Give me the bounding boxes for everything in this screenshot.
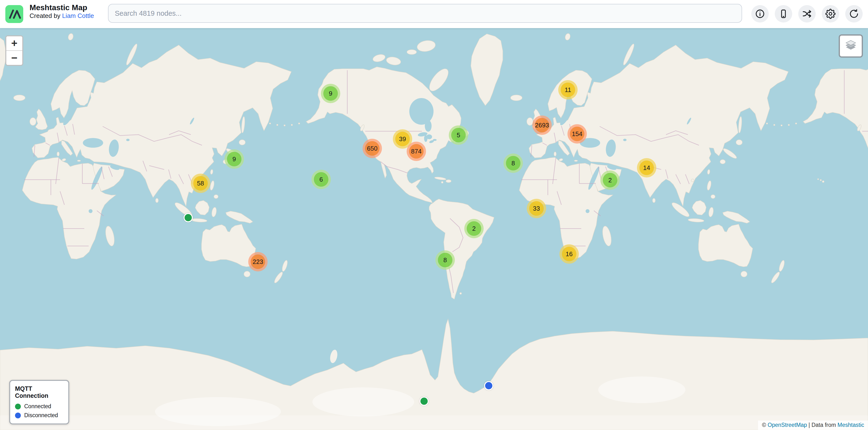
cluster-marker[interactable]: 2693 — [532, 115, 552, 135]
cluster-marker[interactable]: 8 — [435, 250, 455, 270]
page-subtitle: Created by Liam Cottle — [30, 12, 94, 20]
node-marker-connected[interactable] — [420, 397, 429, 406]
settings-button[interactable] — [822, 5, 839, 23]
toolbar — [751, 5, 863, 23]
zoom-out-button[interactable]: − — [6, 51, 22, 65]
cluster-marker[interactable]: 9 — [224, 150, 244, 169]
cluster-marker[interactable]: 223 — [248, 252, 268, 271]
subtitle-prefix: Created by — [30, 12, 62, 20]
cluster-marker[interactable]: 5 — [449, 125, 468, 145]
copyright-text: © — [762, 422, 768, 428]
refresh-icon — [849, 9, 859, 19]
map-attribution: © OpenStreetMap | Data from Meshtastic — [758, 421, 868, 430]
legend-label: Disconnected — [24, 412, 58, 419]
cluster-marker[interactable]: 2 — [464, 219, 484, 238]
random-node-button[interactable] — [798, 5, 816, 23]
page-title: Meshtastic Map — [30, 3, 94, 12]
cluster-marker[interactable]: 33 — [527, 199, 546, 218]
smartphone-icon — [778, 9, 788, 19]
cluster-marker[interactable]: 8 — [503, 154, 523, 173]
legend-item-connected: Connected — [15, 403, 63, 410]
gear-icon — [826, 9, 836, 19]
device-button[interactable] — [775, 5, 792, 23]
legend-item-disconnected: Disconnected — [15, 412, 63, 419]
osm-link[interactable]: OpenStreetMap — [768, 422, 807, 428]
cluster-marker[interactable]: 650 — [363, 139, 382, 158]
cluster-marker[interactable]: 11 — [558, 80, 578, 100]
node-marker-disconnected[interactable] — [484, 381, 493, 390]
cluster-marker[interactable]: 58 — [191, 174, 210, 193]
cluster-marker[interactable]: 154 — [567, 124, 587, 143]
zoom-in-button[interactable]: + — [6, 36, 22, 51]
search-input[interactable] — [108, 4, 742, 23]
info-icon — [755, 9, 765, 19]
legend-label: Connected — [24, 403, 51, 410]
legend-dot-icon — [15, 404, 21, 409]
cluster-marker[interactable]: 6 — [311, 170, 331, 189]
mqtt-legend: MQTT Connection ConnectedDisconnected — [9, 380, 69, 424]
app-header: Meshtastic Map Created by Liam Cottle — [0, 0, 868, 28]
meshtastic-map-app: + − 911269315439650874581429586332168223… — [0, 0, 868, 430]
info-button[interactable] — [751, 5, 769, 23]
layers-control[interactable] — [839, 34, 863, 58]
world-map[interactable]: + − 911269315439650874581429586332168223… — [0, 28, 868, 430]
author-link[interactable]: Liam Cottle — [62, 12, 94, 20]
legend-title: MQTT Connection — [15, 385, 63, 399]
legend-dot-icon — [15, 412, 21, 418]
layers-icon — [844, 39, 858, 53]
cluster-marker[interactable]: 14 — [637, 158, 656, 177]
meshtastic-link[interactable]: Meshtastic — [837, 422, 864, 428]
cluster-marker[interactable]: 2 — [600, 170, 620, 190]
node-marker-connected[interactable] — [184, 213, 193, 222]
cluster-marker[interactable]: 16 — [559, 244, 579, 264]
map-tiles — [0, 28, 868, 430]
zoom-control: + − — [5, 35, 23, 66]
cluster-marker[interactable]: 874 — [407, 142, 426, 161]
shuffle-icon — [802, 9, 812, 19]
cluster-marker[interactable]: 9 — [321, 84, 340, 103]
refresh-button[interactable] — [845, 5, 863, 23]
brand-block: Meshtastic Map Created by Liam Cottle — [30, 3, 94, 20]
meshtastic-logo-icon — [5, 5, 23, 23]
attribution-separator: | Data from — [807, 422, 837, 428]
